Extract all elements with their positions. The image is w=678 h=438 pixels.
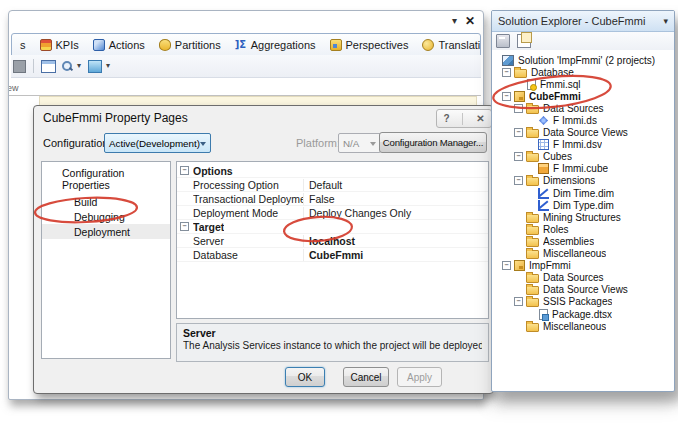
configuration-select[interactable]: Active(Development) bbox=[104, 133, 211, 153]
collapse-icon[interactable]: − bbox=[502, 92, 511, 101]
config-pages-tree: Configuration Properties BuildDebuggingD… bbox=[41, 161, 171, 359]
property-value[interactable]: CubeFmmi bbox=[303, 249, 488, 261]
cancel-button[interactable]: Cancel bbox=[343, 367, 389, 387]
tree-item-assemblies[interactable]: Assemblies bbox=[492, 235, 674, 247]
tree-item-f-immi-cube[interactable]: F Immi.cube bbox=[492, 163, 674, 175]
layout-icon[interactable] bbox=[88, 60, 102, 73]
tree-item-miscellaneous[interactable]: Miscellaneous bbox=[492, 320, 674, 332]
tab-actions[interactable]: Actions bbox=[87, 39, 151, 51]
tree-item-impfmmi[interactable]: −ImpFmmi bbox=[492, 260, 674, 272]
tree-item-database[interactable]: −Database bbox=[492, 66, 674, 78]
tree-item-f-immi-ds[interactable]: F Immi.ds bbox=[492, 114, 674, 126]
tree-item-dim-type-dim[interactable]: Dim Type.dim bbox=[492, 199, 674, 211]
dialog-close-icon[interactable]: ✕ bbox=[476, 111, 484, 126]
tree-item-miscellaneous[interactable]: Miscellaneous bbox=[492, 248, 674, 260]
dialog-title: CubeFmmi Property Pages bbox=[43, 111, 188, 125]
tree-item-label: Dim Type.dim bbox=[553, 200, 614, 211]
tree-item-mining-structures[interactable]: Mining Structures bbox=[492, 211, 674, 223]
window-menu-icon[interactable]: ▾ bbox=[452, 14, 457, 28]
configuration-manager-button[interactable]: Configuration Manager... bbox=[379, 132, 487, 153]
data-source-icon bbox=[538, 115, 549, 126]
stop-icon[interactable] bbox=[13, 60, 26, 73]
property-name: Server bbox=[193, 235, 303, 247]
apply-button[interactable]: Apply bbox=[397, 367, 442, 387]
config-tree-root[interactable]: Configuration Properties bbox=[42, 162, 170, 194]
tree-item-data-source-views[interactable]: −Data Source Views bbox=[492, 127, 674, 139]
config-tree-item-debugging[interactable]: Debugging bbox=[42, 209, 170, 224]
tree-item-ssis-packages[interactable]: −SSIS Packages bbox=[492, 296, 674, 308]
tree-item-data-sources[interactable]: −Data Sources bbox=[492, 102, 674, 114]
ok-button[interactable]: OK bbox=[285, 367, 325, 387]
translations-icon bbox=[422, 39, 434, 51]
show-all-files-icon[interactable] bbox=[517, 34, 531, 48]
chevron-down-icon bbox=[370, 142, 376, 146]
tree-item-solution-impfmmi-2-projects[interactable]: Solution 'ImpFmmi' (2 projects) bbox=[492, 54, 674, 66]
folder-icon bbox=[526, 323, 539, 332]
tab-label: Translations bbox=[438, 39, 481, 51]
tree-item-roles[interactable]: Roles bbox=[492, 223, 674, 235]
collapse-icon[interactable]: − bbox=[514, 104, 523, 113]
file-sql-icon bbox=[527, 79, 536, 90]
tree-item-f-immi-dsv[interactable]: F Immi.dsv bbox=[492, 139, 674, 151]
tab-label: s bbox=[20, 39, 26, 51]
tab-aggregations[interactable]: Aggregations bbox=[229, 39, 322, 51]
grid-row-database[interactable]: DatabaseCubeFmmi bbox=[177, 248, 488, 262]
tree-item-data-sources[interactable]: Data Sources bbox=[492, 272, 674, 284]
properties-window-icon[interactable] bbox=[41, 60, 56, 73]
tree-item-fmmi-sql[interactable]: Fmmi.sql bbox=[492, 78, 674, 90]
tree-item-label: Data Sources bbox=[543, 272, 604, 283]
tree-item-cubefmmi[interactable]: −CubeFmmi bbox=[492, 90, 674, 102]
property-value[interactable]: localhost bbox=[303, 235, 488, 247]
property-value[interactable]: Deploy Changes Only bbox=[303, 207, 488, 219]
tree-item-label: Dimensions bbox=[543, 175, 595, 186]
tab-partitions[interactable]: Partitions bbox=[153, 39, 227, 51]
grid-row-processing-option[interactable]: Processing OptionDefault bbox=[177, 178, 488, 192]
folder-icon bbox=[526, 298, 539, 307]
property-name: Deployment Mode bbox=[193, 207, 303, 219]
tree-item-dimensions[interactable]: −Dimensions bbox=[492, 175, 674, 187]
property-value[interactable]: Default bbox=[303, 179, 488, 191]
partitions-icon bbox=[159, 39, 171, 51]
tree-item-package-dtsx[interactable]: Package.dtsx bbox=[492, 308, 674, 320]
layout-dropdown-icon[interactable]: ▾ bbox=[106, 61, 110, 71]
perspectives-icon bbox=[330, 39, 342, 51]
solution-explorer-titlebar[interactable]: Solution Explorer - CubeFmmi ▾ bbox=[492, 11, 674, 32]
collapse-icon[interactable]: − bbox=[180, 222, 189, 231]
collapse-icon[interactable]: − bbox=[514, 152, 523, 161]
grid-row-transactional-deployment[interactable]: Transactional DeploymentFalse bbox=[177, 192, 488, 206]
collapse-icon[interactable]: − bbox=[514, 176, 523, 185]
grid-row-server[interactable]: Serverlocalhost bbox=[177, 234, 488, 248]
collapse-icon[interactable]: − bbox=[180, 166, 189, 175]
toolbar-separator bbox=[33, 59, 34, 73]
collapse-icon[interactable]: − bbox=[514, 128, 523, 137]
properties-icon[interactable] bbox=[496, 34, 510, 48]
designer-toolbar: ▾ ▾ bbox=[11, 55, 481, 78]
zoom-icon[interactable] bbox=[62, 61, 73, 72]
tab-translations[interactable]: Translations bbox=[416, 39, 481, 51]
tree-item-dim-time-dim[interactable]: Dim Time.dim bbox=[492, 187, 674, 199]
grid-row-deployment-mode[interactable]: Deployment ModeDeploy Changes Only bbox=[177, 206, 488, 220]
tab-s[interactable]: s bbox=[14, 39, 32, 51]
tab-perspectives[interactable]: Perspectives bbox=[324, 39, 415, 51]
config-tree-item-deployment[interactable]: Deployment bbox=[42, 224, 170, 239]
tab-label: Perspectives bbox=[346, 39, 409, 51]
collapse-icon[interactable]: − bbox=[502, 261, 511, 270]
configuration-label: Configuration: bbox=[43, 137, 112, 149]
panel-menu-icon[interactable]: ▾ bbox=[663, 16, 668, 26]
config-tree-item-build[interactable]: Build bbox=[42, 194, 170, 209]
dialog-help-icon[interactable]: ? bbox=[443, 111, 449, 126]
property-value[interactable]: False bbox=[303, 193, 488, 205]
tree-item-cubes[interactable]: −Cubes bbox=[492, 151, 674, 163]
collapse-icon[interactable]: − bbox=[514, 297, 523, 306]
tree-item-label: Data Source Views bbox=[543, 127, 628, 138]
collapse-icon[interactable]: − bbox=[502, 68, 511, 77]
tab-kpis[interactable]: KPIs bbox=[34, 39, 85, 51]
folder-icon bbox=[526, 105, 539, 114]
zoom-dropdown-icon[interactable]: ▾ bbox=[77, 61, 81, 71]
property-name: Database bbox=[193, 249, 303, 261]
grid-category-options[interactable]: −Options bbox=[177, 164, 488, 178]
tree-item-data-source-views[interactable]: Data Source Views bbox=[492, 284, 674, 296]
window-close-icon[interactable]: ✕ bbox=[465, 14, 475, 28]
grid-category-target[interactable]: −Target bbox=[177, 220, 488, 234]
folder-icon bbox=[526, 250, 539, 259]
